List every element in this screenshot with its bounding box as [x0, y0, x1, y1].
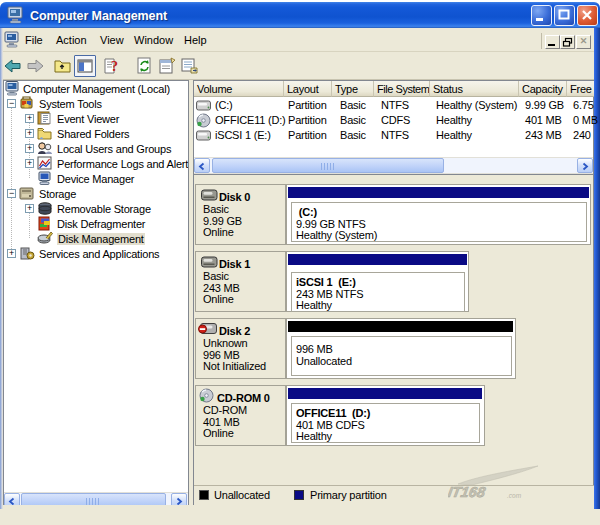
svg-text:IT168: IT168: [448, 484, 487, 500]
svg-text:?: ?: [111, 59, 118, 74]
svg-text:.com: .com: [507, 492, 522, 499]
